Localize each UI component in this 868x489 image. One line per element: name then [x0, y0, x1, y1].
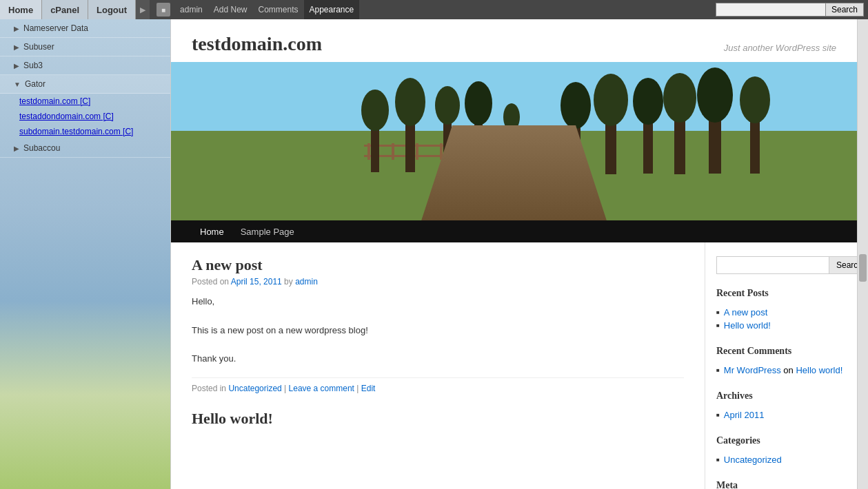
- sidebar-subitem-subdomain[interactable]: subdomain.testdomain.com [C]: [0, 124, 170, 139]
- svg-point-26: [663, 73, 696, 123]
- top-search-button[interactable]: Search: [826, 3, 864, 17]
- main-layout: ▶ Nameserver Data ▶ Subuser ▶ Sub3 ▼ Gat…: [0, 19, 868, 489]
- arrow-icon: ▶: [14, 62, 19, 70]
- post-meta: Posted on April 15, 2011 by admin: [192, 277, 684, 287]
- svg-point-24: [633, 78, 663, 125]
- svg-point-34: [521, 134, 525, 138]
- post-title-2: Hello world!: [192, 410, 684, 428]
- post-content: Hello, This is a new post on a new wordp…: [192, 295, 684, 366]
- categories-list: Uncategorized: [716, 453, 846, 466]
- sidebar-item-sub3[interactable]: ▶ Sub3: [0, 56, 170, 75]
- svg-point-22: [594, 74, 628, 126]
- content-area: testdomain.com Just another WordPress si…: [171, 19, 857, 489]
- svg-point-20: [561, 82, 591, 129]
- svg-point-16: [435, 86, 460, 125]
- svg-point-12: [361, 90, 389, 131]
- wp-hero-image: [171, 62, 857, 220]
- post-item: A new post Posted on April 15, 2011 by a…: [192, 256, 684, 393]
- svg-rect-5: [367, 143, 370, 160]
- scrollbar-right[interactable]: [857, 19, 868, 489]
- recent-post-link-1[interactable]: A new post: [724, 307, 768, 318]
- widget-search-input[interactable]: [716, 256, 829, 274]
- svg-rect-9: [464, 143, 467, 160]
- svg-point-32: [503, 103, 520, 131]
- svg-point-18: [465, 81, 492, 125]
- top-search-input[interactable]: [716, 3, 826, 17]
- meta-widget-title: Meta: [716, 480, 846, 489]
- categories-widget-title: Categories: [716, 435, 846, 446]
- hero-scene: [171, 62, 857, 220]
- tab-logout[interactable]: Logout: [88, 0, 136, 19]
- add-new-link[interactable]: Add New: [208, 0, 253, 19]
- search-widget: Search: [716, 256, 846, 274]
- hero-svg: [171, 62, 857, 220]
- wp-nav-home[interactable]: Home: [192, 220, 232, 242]
- archives-list: April 2011: [716, 408, 846, 422]
- sidebar-item-gator[interactable]: ▼ Gator: [0, 75, 170, 94]
- recent-posts-widget-title: Recent Posts: [716, 288, 846, 299]
- arrow-down-icon: ▼: [14, 81, 21, 88]
- svg-rect-4: [364, 155, 502, 157]
- appearance-link[interactable]: Appearance: [304, 0, 360, 19]
- post-category-link[interactable]: Uncategorized: [228, 384, 281, 393]
- recent-post-link-2[interactable]: Hello world!: [724, 320, 771, 331]
- tab-home[interactable]: Home: [0, 0, 42, 19]
- comments-link[interactable]: Comments: [252, 0, 303, 19]
- sidebar-item-subaccou[interactable]: ▶ Subaccou: [0, 139, 170, 158]
- post-footer: Posted in Uncategorized | Leave a commen…: [192, 377, 684, 393]
- arrow-icon: ▶: [14, 43, 19, 51]
- category-link-1[interactable]: Uncategorized: [724, 455, 782, 465]
- sidebar-item-nameserver[interactable]: ▶ Nameserver Data: [0, 19, 170, 38]
- wp-posts-area: A new post Posted on April 15, 2011 by a…: [171, 242, 705, 489]
- recent-posts-list: A new post Hello world!: [716, 306, 846, 332]
- edit-post-link[interactable]: Edit: [361, 384, 376, 393]
- wp-nav-sample-page[interactable]: Sample Page: [232, 220, 303, 242]
- wp-sidebar-widgets: Search Recent Posts A new post Hello wor…: [705, 242, 857, 489]
- svg-rect-10: [488, 143, 491, 160]
- svg-marker-2: [440, 131, 598, 220]
- arrow-icon: ▶: [14, 25, 19, 32]
- wp-admin-bar: ■ admin Add New Comments Appearance: [150, 0, 716, 19]
- comment-author-link[interactable]: Mr WordPress: [724, 365, 781, 375]
- svg-rect-31: [509, 123, 514, 164]
- sidebar-item-subuser[interactable]: ▶ Subuser: [0, 38, 170, 56]
- comment-post-link[interactable]: Hello world!: [796, 365, 842, 375]
- list-item: Hello world!: [716, 319, 846, 332]
- post-author-link[interactable]: admin: [295, 277, 318, 287]
- wp-admin-icon: ■: [157, 3, 170, 17]
- wp-nav: Home Sample Page: [171, 220, 857, 242]
- wp-body: A new post Posted on April 15, 2011 by a…: [171, 242, 857, 489]
- svg-point-14: [395, 78, 425, 126]
- tab-scroll-arrow[interactable]: ▶: [136, 0, 150, 19]
- list-item: Uncategorized: [716, 453, 846, 466]
- svg-rect-3: [364, 145, 502, 147]
- list-item: Mr WordPress on Hello world!: [716, 364, 846, 377]
- sidebar-subitem-testdomain[interactable]: testdomain.com [C]: [0, 94, 170, 109]
- archive-link-1[interactable]: April 2011: [724, 410, 765, 420]
- arrow-icon: ▶: [14, 145, 19, 152]
- archives-widget-title: Archives: [716, 391, 846, 402]
- sidebar-subitem-testaddondomain[interactable]: testaddondomain.com [C]: [0, 109, 170, 124]
- post-date-link[interactable]: April 15, 2011: [231, 277, 282, 287]
- admin-user-link[interactable]: admin: [174, 0, 208, 19]
- svg-rect-8: [440, 143, 443, 160]
- wp-site-header: testdomain.com Just another WordPress si…: [171, 19, 857, 62]
- svg-rect-33: [521, 136, 524, 145]
- leave-comment-link[interactable]: Leave a comment: [289, 384, 354, 393]
- svg-rect-6: [392, 143, 394, 160]
- wp-site: testdomain.com Just another WordPress si…: [171, 19, 857, 489]
- widget-search-button[interactable]: Search: [829, 256, 857, 274]
- recent-comments-list: Mr WordPress on Hello world!: [716, 364, 846, 377]
- post-title: A new post: [192, 256, 684, 274]
- recent-comments-widget-title: Recent Comments: [716, 346, 846, 357]
- post-item-2: Hello world!: [192, 410, 684, 428]
- list-item: A new post: [716, 306, 846, 319]
- svg-rect-7: [416, 143, 418, 160]
- list-item: April 2011: [716, 408, 846, 422]
- top-bar: Home cPanel Logout ▶ ■ admin Add New Com…: [0, 0, 868, 19]
- tab-cpanel[interactable]: cPanel: [42, 0, 88, 19]
- wp-site-title: testdomain.com: [192, 33, 322, 55]
- wp-site-tagline: Just another WordPress site: [724, 33, 836, 53]
- svg-point-30: [740, 76, 770, 123]
- top-search-area: Search: [716, 3, 868, 17]
